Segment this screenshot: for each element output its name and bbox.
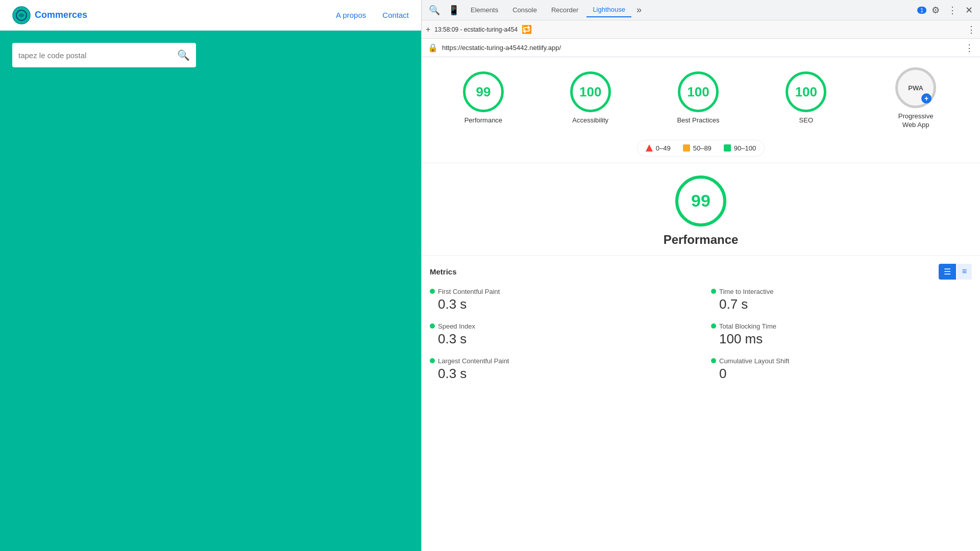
metric-cls-label-row: Cumulative Layout Shift xyxy=(711,357,972,365)
performance-section: 99 Performance xyxy=(422,163,980,256)
url-options-icon[interactable]: ⋮ xyxy=(965,42,974,54)
nav-link-contact[interactable]: Contact xyxy=(382,11,409,19)
metric-cls-value: 0 xyxy=(711,366,972,382)
metric-cls-dot xyxy=(711,358,716,363)
score-item-performance: 99 Performance xyxy=(463,71,504,125)
view-list-button[interactable]: ≡ xyxy=(957,264,972,280)
best-practices-circle: 100 xyxy=(678,71,719,112)
scores-row: 99 Performance 100 Accessibility 100 Bes… xyxy=(430,67,972,130)
lighthouse-content: 99 Performance 100 Accessibility 100 Bes… xyxy=(422,57,980,551)
metric-si: Speed Index 0.3 s xyxy=(430,322,691,347)
seo-label: SEO xyxy=(799,116,813,125)
devtools-toolbar: 🔍 📱 Elements Console Recorder Lighthouse… xyxy=(422,0,980,20)
accessibility-score-value: 100 xyxy=(579,84,601,100)
search-bar: 🔍 xyxy=(12,43,196,67)
legend-green: 90–100 xyxy=(724,144,756,152)
metric-tbt: Total Blocking Time 100 ms xyxy=(711,322,972,347)
pwa-label: Progressive Web App xyxy=(893,112,939,130)
performance-label: Performance xyxy=(464,116,502,125)
pwa-score-value: PWA xyxy=(908,84,923,92)
add-tab-button[interactable]: + xyxy=(426,25,430,34)
metric-cls-label: Cumulative Layout Shift xyxy=(719,357,789,365)
metric-fcp-value: 0.3 s xyxy=(430,296,691,312)
score-item-pwa: PWA + Progressive Web App xyxy=(893,67,939,130)
tab-lighthouse[interactable]: Lighthouse xyxy=(586,3,631,17)
settings-icon[interactable]: ⚙ xyxy=(928,3,943,18)
score-item-best-practices: 100 Best Practices xyxy=(677,71,719,125)
metric-tti-label: Time to Interactive xyxy=(719,288,773,295)
best-practices-score-value: 100 xyxy=(687,84,709,100)
score-item-seo: 100 SEO xyxy=(786,71,826,125)
performance-score-value: 99 xyxy=(476,84,491,100)
metric-tbt-label: Total Blocking Time xyxy=(719,322,776,330)
devtools-url-bar: + 13:58:09 - ecstatic-turing-a454 🔁 ⋮ xyxy=(422,20,980,39)
message-badge: 1 xyxy=(917,7,926,14)
metric-si-label: Speed Index xyxy=(438,322,475,330)
legend-triangle-icon xyxy=(646,144,653,152)
legend-red-range: 0–49 xyxy=(656,144,671,152)
metric-fcp-label-row: First Contentful Paint xyxy=(430,288,691,295)
metric-cls: Cumulative Layout Shift 0 xyxy=(711,357,972,382)
tab-recorder[interactable]: Recorder xyxy=(545,3,584,17)
nav-link-apropos[interactable]: A propos xyxy=(336,11,366,19)
best-practices-label: Best Practices xyxy=(677,116,719,125)
logo-text: Commerces xyxy=(35,10,87,20)
legend-orange-range: 50–89 xyxy=(693,144,712,152)
performance-circle: 99 xyxy=(463,71,504,112)
website-header: Commerces A propos Contact xyxy=(0,0,421,31)
device-icon[interactable]: 📱 xyxy=(445,3,462,18)
performance-large-circle: 99 xyxy=(675,176,726,227)
performance-large-score: 99 xyxy=(691,191,710,211)
devtools-panel: 🔍 📱 Elements Console Recorder Lighthouse… xyxy=(421,0,980,551)
legend-green-dot xyxy=(724,144,731,152)
website-nav: A propos Contact xyxy=(336,11,409,19)
metric-tbt-dot xyxy=(711,323,716,329)
accessibility-circle: 100 xyxy=(570,71,611,112)
seo-circle: 100 xyxy=(786,71,826,112)
inspect-icon[interactable]: 🔍 xyxy=(426,3,443,18)
scores-section: 99 Performance 100 Accessibility 100 Bes… xyxy=(422,57,980,163)
more-options-icon[interactable]: ⋮ xyxy=(945,3,960,18)
logo-icon xyxy=(12,6,31,24)
metric-tbt-value: 100 ms xyxy=(711,331,972,347)
tab-elements[interactable]: Elements xyxy=(464,3,504,17)
security-icon: 🔒 xyxy=(428,43,438,53)
legend-green-range: 90–100 xyxy=(734,144,756,152)
score-item-accessibility: 100 Accessibility xyxy=(570,71,611,125)
metrics-grid: First Contentful Paint 0.3 s Time to Int… xyxy=(430,288,972,382)
close-icon[interactable]: ✕ xyxy=(962,3,976,18)
metrics-view-toggle: ☰ ≡ xyxy=(939,264,972,280)
seo-score-value: 100 xyxy=(795,84,817,100)
search-button[interactable]: 🔍 xyxy=(177,49,190,61)
website-body: 🔍 xyxy=(0,31,421,551)
view-treemap-button[interactable]: ☰ xyxy=(939,264,956,280)
metric-tti-label-row: Time to Interactive xyxy=(711,288,972,295)
metric-lcp-dot xyxy=(430,358,435,363)
metric-si-value: 0.3 s xyxy=(430,331,691,347)
metrics-title: Metrics xyxy=(430,267,457,276)
website-logo: Commerces xyxy=(12,6,87,24)
metric-lcp: Largest Contentful Paint 0.3 s xyxy=(430,357,691,382)
tab-console[interactable]: Console xyxy=(506,3,543,17)
lighthouse-url-row: 🔒 https://ecstatic-turing-a45442.netlify… xyxy=(422,39,980,57)
performance-title: Performance xyxy=(664,233,739,247)
metric-fcp-label: First Contentful Paint xyxy=(438,288,500,295)
metric-lcp-label: Largest Contentful Paint xyxy=(438,357,509,365)
metrics-header: Metrics ☰ ≡ xyxy=(430,264,972,280)
url-timestamp: 13:58:09 - ecstatic-turing-a454 xyxy=(434,26,518,33)
search-input[interactable] xyxy=(18,51,173,60)
legend-orange-dot xyxy=(683,144,690,152)
pwa-circle: PWA + xyxy=(895,67,936,108)
metric-tbt-label-row: Total Blocking Time xyxy=(711,322,972,330)
reload-icon[interactable]: 🔁 xyxy=(522,24,532,34)
url-more-icon[interactable]: ⋮ xyxy=(967,24,976,35)
metric-si-label-row: Speed Index xyxy=(430,322,691,330)
metrics-section: Metrics ☰ ≡ First Contentful Paint 0.3 s xyxy=(422,256,980,390)
metric-fcp-dot xyxy=(430,289,435,294)
legend-row: 0–49 50–89 90–100 xyxy=(637,140,765,157)
pwa-plus-icon: + xyxy=(921,93,932,104)
metric-tti: Time to Interactive 0.7 s xyxy=(711,288,972,312)
metric-si-dot xyxy=(430,323,435,329)
legend-red: 0–49 xyxy=(646,144,671,152)
more-tabs-icon[interactable]: » xyxy=(633,3,645,17)
